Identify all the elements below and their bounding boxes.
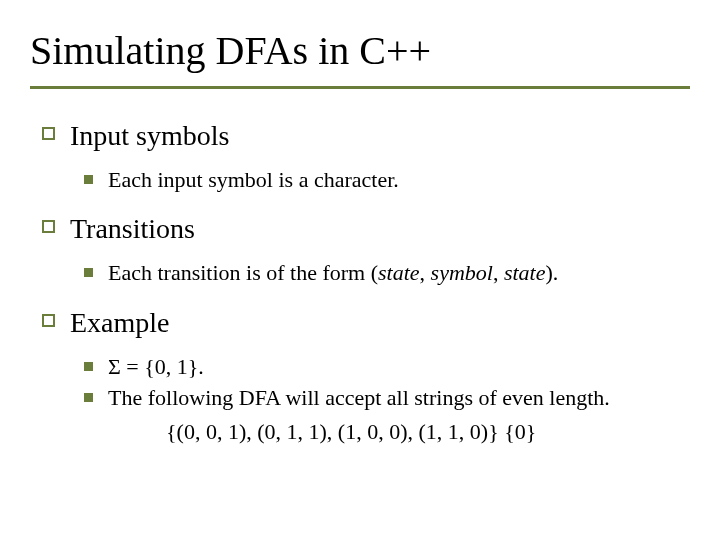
text-fragment: , — [420, 260, 431, 285]
hollow-square-icon — [42, 220, 55, 233]
continuation-dfa-set: {(0, 0, 1), (0, 1, 1), (1, 0, 0), (1, 1,… — [30, 417, 690, 447]
filled-square-icon — [84, 268, 93, 277]
subbullet-input-symbol-char: Each input symbol is a character. — [30, 165, 690, 195]
title-underline — [30, 86, 690, 89]
italic-state: state — [504, 260, 546, 285]
bullet-example: Example — [30, 304, 690, 342]
section-heading: Transitions — [70, 213, 195, 244]
hollow-square-icon — [42, 314, 55, 327]
section-heading: Input symbols — [70, 120, 229, 151]
section-heading: Example — [70, 307, 170, 338]
text-fragment: , — [493, 260, 504, 285]
filled-square-icon — [84, 362, 93, 371]
bullet-transitions: Transitions — [30, 210, 690, 248]
subbullet-text: Each transition is of the form (state, s… — [108, 260, 558, 285]
italic-state: state — [378, 260, 420, 285]
subbullet-transition-form: Each transition is of the form (state, s… — [30, 258, 690, 288]
subbullet-text: Σ = {0, 1}. — [108, 354, 204, 379]
slide-title: Simulating DFAs in C++ — [30, 28, 690, 80]
hollow-square-icon — [42, 127, 55, 140]
text-fragment: ). — [546, 260, 559, 285]
filled-square-icon — [84, 175, 93, 184]
text-fragment: Each transition is of the form ( — [108, 260, 378, 285]
subbullet-text: Each input symbol is a character. — [108, 167, 399, 192]
filled-square-icon — [84, 393, 93, 402]
subbullet-sigma: Σ = {0, 1}. — [30, 352, 690, 382]
subbullet-dfa-accept: The following DFA will accept all string… — [30, 383, 690, 413]
slide: Simulating DFAs in C++ Input symbols Eac… — [0, 0, 720, 540]
bullet-input-symbols: Input symbols — [30, 117, 690, 155]
subbullet-text: The following DFA will accept all string… — [108, 385, 610, 410]
italic-symbol: symbol — [431, 260, 493, 285]
